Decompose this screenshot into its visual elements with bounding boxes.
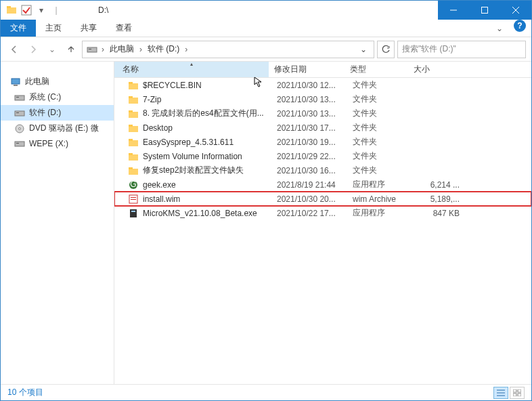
file-row[interactable]: 修复step2封装配置文件缺失2021/10/30 16...文件夹 xyxy=(114,163,531,177)
svg-rect-7 xyxy=(87,47,97,52)
icons-view-button[interactable] xyxy=(510,387,525,399)
svg-rect-19 xyxy=(129,83,138,89)
svg-rect-11 xyxy=(15,96,24,100)
nav-label: DVD 驱动器 (E:) 微 xyxy=(29,123,99,134)
exe-icon xyxy=(128,208,139,219)
nav-this-pc[interactable]: 此电脑 xyxy=(1,74,114,89)
recent-dropdown[interactable]: ⌄ xyxy=(44,41,60,58)
column-date[interactable]: 修改日期 xyxy=(269,62,345,77)
svg-rect-10 xyxy=(14,85,18,86)
file-row[interactable]: System Volume Information2021/10/29 22..… xyxy=(114,149,531,163)
cell-name: install.wim xyxy=(117,194,271,205)
file-rows: $RECYCLE.BIN2021/10/30 12...文件夹7-Zip2021… xyxy=(114,78,531,384)
svg-rect-26 xyxy=(129,125,133,127)
ribbon-expand-icon[interactable]: ⌄ xyxy=(491,20,508,37)
window-controls xyxy=(438,1,531,20)
nav-label: 软件 (D:) xyxy=(29,107,61,119)
minimize-button[interactable] xyxy=(438,1,469,20)
file-name: 7-Zip xyxy=(143,95,161,104)
file-row[interactable]: 7-Zip2021/10/30 13...文件夹 xyxy=(114,92,531,106)
svg-rect-30 xyxy=(129,153,133,155)
svg-rect-25 xyxy=(129,126,138,132)
breadcrumb-location[interactable]: 软件 (D:) xyxy=(145,43,182,55)
main-area: 此电脑 系统 (C:)软件 (D:)DVD 驱动器 (E:) 微WEPE (X:… xyxy=(1,62,531,384)
drive-icon xyxy=(14,92,25,103)
column-type[interactable]: 类型 xyxy=(345,62,408,77)
file-name: geek.exe xyxy=(143,180,176,190)
cell-name: System Volume Information xyxy=(117,151,271,162)
search-input[interactable]: 搜索"软件 (D:)" xyxy=(397,41,526,58)
tab-home[interactable]: 主页 xyxy=(36,20,71,37)
close-button[interactable] xyxy=(500,1,531,20)
svg-rect-13 xyxy=(15,111,24,116)
tab-file[interactable]: 文件 xyxy=(1,20,36,37)
nav-item[interactable]: DVD 驱动器 (E:) 微 xyxy=(1,121,114,136)
refresh-button[interactable] xyxy=(377,41,395,58)
column-size[interactable]: 大小 xyxy=(408,62,462,77)
breadcrumb[interactable]: › 此电脑 › 软件 (D:) › ⌄ xyxy=(82,41,374,58)
qat-dropdown-icon[interactable]: ▾ xyxy=(36,5,47,16)
file-row[interactable]: MicroKMS_v21.10.08_Beta.exe2021/10/22 17… xyxy=(114,206,531,220)
maximize-button[interactable] xyxy=(469,1,500,20)
svg-point-16 xyxy=(19,127,21,129)
cell-name: $RECYCLE.BIN xyxy=(117,80,271,91)
folder-icon xyxy=(128,123,139,133)
details-view-button[interactable] xyxy=(493,387,508,399)
cell-date: 2021/8/19 21:44 xyxy=(271,180,347,190)
cell-type: 应用程序 xyxy=(347,207,411,219)
cell-type: 文件夹 xyxy=(347,136,411,148)
nav-item[interactable]: 系统 (C:) xyxy=(1,89,114,105)
column-headers: ▴ 名称 修改日期 类型 大小 xyxy=(114,62,531,78)
breadcrumb-root[interactable]: 此电脑 xyxy=(107,43,137,55)
svg-rect-36 xyxy=(131,197,136,198)
svg-text:G: G xyxy=(130,180,136,189)
cell-size: 6,214 ... xyxy=(411,180,465,190)
chevron-right-icon[interactable]: › xyxy=(138,45,143,54)
svg-rect-38 xyxy=(130,209,137,217)
dvd-icon xyxy=(14,123,25,134)
chevron-right-icon[interactable]: › xyxy=(100,45,106,54)
svg-rect-20 xyxy=(129,82,133,84)
checkbox-icon[interactable] xyxy=(21,5,32,16)
chevron-right-icon[interactable]: › xyxy=(183,45,189,54)
item-count: 10 个项目 xyxy=(7,387,43,398)
svg-rect-22 xyxy=(129,96,133,98)
svg-rect-46 xyxy=(518,394,521,396)
cell-name: MicroKMS_v21.10.08_Beta.exe xyxy=(117,208,271,219)
up-button[interactable] xyxy=(63,41,79,58)
status-bar: 10 个项目 xyxy=(1,384,531,400)
svg-rect-32 xyxy=(129,167,133,169)
folder-icon xyxy=(128,137,139,148)
nav-item[interactable]: WEPE (X:) xyxy=(1,136,114,151)
qat-separator: | xyxy=(51,5,62,16)
tab-view[interactable]: 查看 xyxy=(106,20,141,37)
file-name: install.wim xyxy=(143,194,180,204)
file-row[interactable]: 8. 完成封装后的es4配置文件(用...2021/10/30 13...文件夹 xyxy=(114,106,531,121)
folder-icon xyxy=(128,151,139,162)
svg-rect-28 xyxy=(129,139,133,141)
svg-rect-23 xyxy=(129,112,138,118)
svg-rect-37 xyxy=(131,199,136,200)
file-row[interactable]: Desktop2021/10/30 17...文件夹 xyxy=(114,121,531,135)
address-dropdown-icon[interactable]: ⌄ xyxy=(356,45,371,54)
svg-rect-24 xyxy=(129,110,133,112)
file-row[interactable]: Ggeek.exe2021/8/19 21:44应用程序6,214 ... xyxy=(114,177,531,192)
file-row[interactable]: EasySysprep_4.5.31.6112021/10/30 19...文件… xyxy=(114,135,531,149)
forward-button[interactable] xyxy=(25,41,41,58)
cell-name: 修复step2封装配置文件缺失 xyxy=(117,165,271,176)
cell-name: EasySysprep_4.5.31.611 xyxy=(117,137,271,148)
tab-share[interactable]: 共享 xyxy=(71,20,106,37)
nav-item[interactable]: 软件 (D:) xyxy=(1,105,114,121)
file-row[interactable]: $RECYCLE.BIN2021/10/30 12...文件夹 xyxy=(114,78,531,92)
help-icon[interactable]: ? xyxy=(514,20,526,32)
pc-icon xyxy=(10,77,21,87)
svg-rect-39 xyxy=(131,211,135,212)
file-row[interactable]: install.wim2021/10/30 20...wim Archive5,… xyxy=(114,192,531,206)
cell-date: 2021/10/30 13... xyxy=(271,109,347,119)
cell-name: Ggeek.exe xyxy=(117,180,271,190)
back-button[interactable] xyxy=(6,41,22,58)
folder-icon xyxy=(128,94,139,105)
quick-access-toolbar: ▾ | xyxy=(3,5,64,16)
cell-size: 847 KB xyxy=(411,209,465,218)
column-name[interactable]: ▴ 名称 xyxy=(114,62,269,77)
